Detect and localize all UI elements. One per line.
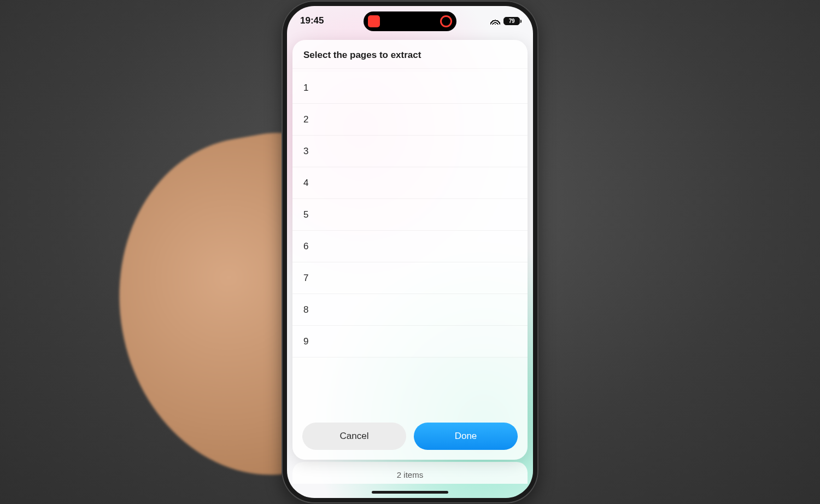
page-row-label: 8	[303, 304, 308, 315]
page-row-label: 2	[303, 114, 308, 125]
iphone-frame: 19:45 79 2 items Select the pages to ext…	[282, 1, 538, 503]
status-left: 19:45	[300, 15, 349, 26]
page-row[interactable]: 5	[292, 199, 528, 231]
done-button[interactable]: Done	[414, 423, 518, 450]
page-row-label: 5	[303, 209, 308, 220]
sheet-footer: Cancel Done	[292, 415, 528, 460]
sheet-title: Select the pages to extract	[292, 40, 528, 69]
page-row-label: 6	[303, 241, 308, 252]
cancel-button[interactable]: Cancel	[302, 423, 406, 450]
extract-pages-sheet: Select the pages to extract 1 2 3 4 5 6 …	[292, 40, 528, 460]
clock: 19:45	[300, 15, 324, 26]
page-row[interactable]: 2	[292, 104, 528, 136]
page-row-label: 9	[303, 336, 308, 347]
page-row[interactable]: 3	[292, 136, 528, 167]
background-sheet-header: 2 items	[292, 462, 528, 484]
page-row[interactable]: 6	[292, 231, 528, 262]
page-row[interactable]: 4	[292, 167, 528, 199]
page-row-label: 4	[303, 178, 308, 189]
battery-icon: 79	[503, 17, 520, 25]
status-right: 79	[471, 17, 520, 25]
page-row[interactable]: 9	[292, 326, 528, 358]
page-row[interactable]: 8	[292, 294, 528, 326]
pages-list[interactable]: 1 2 3 4 5 6 7 8 9	[292, 69, 528, 415]
wifi-icon	[490, 17, 500, 25]
iphone-screen-clip: 19:45 79 2 items Select the pages to ext…	[287, 6, 533, 498]
home-indicator[interactable]	[372, 491, 448, 494]
items-count-label: 2 items	[397, 470, 423, 479]
page-row-label: 1	[303, 83, 308, 93]
page-row-label: 7	[303, 273, 308, 284]
recording-app-icon	[368, 15, 380, 27]
page-row[interactable]: 1	[292, 72, 528, 104]
page-row[interactable]: 7	[292, 262, 528, 294]
record-indicator-icon	[440, 15, 452, 27]
page-row-label: 3	[303, 146, 308, 157]
dynamic-island[interactable]	[364, 11, 456, 31]
photo-stage: 19:45 79 2 items Select the pages to ext…	[0, 0, 820, 504]
